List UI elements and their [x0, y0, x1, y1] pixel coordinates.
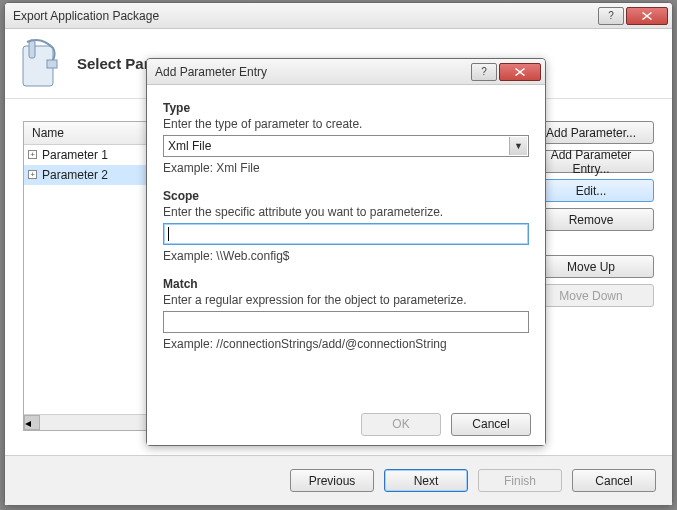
- tree-item-label: Parameter 1: [42, 148, 108, 162]
- main-window-controls: ?: [598, 7, 668, 25]
- scope-example: Example: \\Web.config$: [163, 249, 529, 263]
- match-desc: Enter a regular expression for the objec…: [163, 293, 529, 307]
- wizard-icon: [17, 38, 65, 90]
- move-down-button: Move Down: [528, 284, 654, 307]
- type-desc: Enter the type of parameter to create.: [163, 117, 529, 131]
- expand-icon[interactable]: +: [28, 170, 37, 179]
- type-label: Type: [163, 101, 529, 115]
- edit-button[interactable]: Edit...: [528, 179, 654, 202]
- scroll-left-arrow-icon[interactable]: ◂: [24, 415, 40, 430]
- type-example: Example: Xml File: [163, 161, 529, 175]
- close-icon: [642, 12, 652, 20]
- modal-help-button[interactable]: ?: [471, 63, 497, 81]
- modal-close-button[interactable]: [499, 63, 541, 81]
- expand-icon[interactable]: +: [28, 150, 37, 159]
- main-window-title: Export Application Package: [13, 9, 598, 23]
- tree-item-label: Parameter 2: [42, 168, 108, 182]
- scope-label: Scope: [163, 189, 529, 203]
- move-up-button[interactable]: Move Up: [528, 255, 654, 278]
- match-input[interactable]: [163, 311, 529, 333]
- add-parameter-entry-dialog: Add Parameter Entry ? Type Enter the typ…: [146, 58, 546, 446]
- cancel-button[interactable]: Cancel: [572, 469, 656, 492]
- text-caret-icon: [168, 227, 169, 241]
- wizard-footer: Previous Next Finish Cancel: [5, 455, 672, 505]
- modal-cancel-button[interactable]: Cancel: [451, 413, 531, 436]
- modal-titlebar[interactable]: Add Parameter Entry ?: [147, 59, 545, 85]
- remove-button[interactable]: Remove: [528, 208, 654, 231]
- previous-button[interactable]: Previous: [290, 469, 374, 492]
- svg-rect-2: [47, 60, 57, 68]
- svg-rect-1: [29, 40, 35, 58]
- help-button[interactable]: ?: [598, 7, 624, 25]
- scope-input[interactable]: [163, 223, 529, 245]
- modal-title: Add Parameter Entry: [155, 65, 471, 79]
- ok-button: OK: [361, 413, 441, 436]
- finish-button: Finish: [478, 469, 562, 492]
- close-icon: [515, 68, 525, 76]
- type-select[interactable]: Xml File ▼: [163, 135, 529, 157]
- add-parameter-button[interactable]: Add Parameter...: [528, 121, 654, 144]
- type-select-value: Xml File: [168, 139, 505, 153]
- modal-body: Type Enter the type of parameter to crea…: [147, 85, 545, 403]
- main-titlebar[interactable]: Export Application Package ?: [5, 3, 672, 29]
- modal-footer: OK Cancel: [147, 403, 545, 445]
- scope-desc: Enter the specific attribute you want to…: [163, 205, 529, 219]
- add-parameter-entry-button[interactable]: Add Parameter Entry...: [528, 150, 654, 173]
- match-example: Example: //connectionStrings/add/@connec…: [163, 337, 529, 351]
- close-button[interactable]: [626, 7, 668, 25]
- chevron-down-icon[interactable]: ▼: [509, 137, 527, 155]
- modal-window-controls: ?: [471, 63, 541, 81]
- side-button-column: Add Parameter... Add Parameter Entry... …: [528, 121, 654, 307]
- match-label: Match: [163, 277, 529, 291]
- next-button[interactable]: Next: [384, 469, 468, 492]
